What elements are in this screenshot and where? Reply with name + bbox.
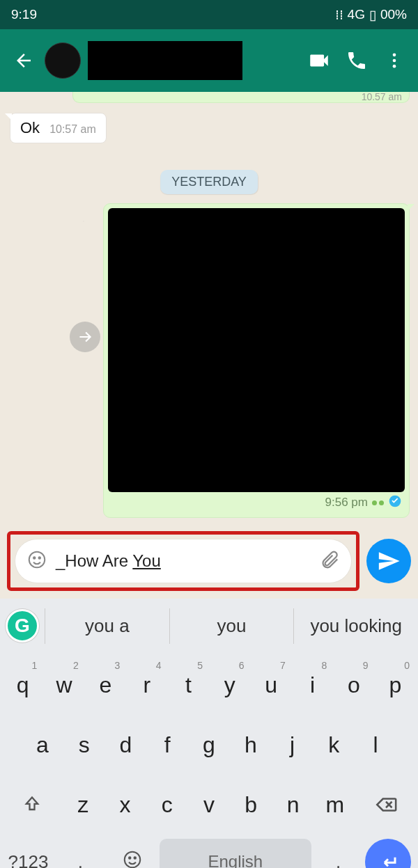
key-d[interactable]: d	[106, 717, 146, 773]
forward-button[interactable]	[70, 322, 100, 352]
key-g[interactable]: g	[189, 717, 229, 773]
incoming-message-bubble[interactable]: Ok 10:57 am	[10, 113, 107, 143]
svg-point-4	[29, 552, 45, 568]
key-i[interactable]: 8i	[293, 657, 332, 713]
key-k[interactable]: k	[314, 717, 354, 773]
key-b[interactable]: b	[231, 777, 271, 833]
status-time: 9:19	[11, 7, 37, 22]
date-separator: YESTERDAY	[160, 170, 258, 194]
key-h[interactable]: h	[231, 717, 271, 773]
message-text: Ok	[20, 119, 40, 137]
chat-area[interactable]: 10.57 am Ok 10:57 am YESTERDAY 9:56 pm	[0, 92, 418, 523]
key-c[interactable]: c	[147, 777, 187, 833]
key-m[interactable]: m	[315, 777, 355, 833]
read-receipt-icon	[388, 494, 402, 512]
media-image-redacted[interactable]	[108, 208, 405, 492]
back-button[interactable]	[7, 44, 40, 77]
key-a[interactable]: a	[22, 717, 63, 773]
key-x[interactable]: x	[104, 777, 145, 833]
app-bar	[0, 29, 418, 92]
svg-point-0	[393, 54, 396, 57]
key-u[interactable]: 7u	[251, 657, 291, 713]
battery-icon: ▯	[369, 7, 376, 23]
key-s[interactable]: s	[64, 717, 104, 773]
key-t[interactable]: 5t	[169, 657, 208, 713]
signal-icon: ⁞⁞	[335, 7, 343, 23]
network-label: 4G	[348, 7, 365, 22]
key-q[interactable]: 1q	[3, 657, 42, 713]
message-input[interactable]: _How Are You	[56, 551, 311, 571]
message-time: 10:57 am	[49, 123, 96, 136]
partial-message-bubble: 10.57 am	[72, 92, 410, 103]
symbols-key[interactable]: ?123	[3, 851, 54, 869]
suggestion-2[interactable]: you	[169, 608, 294, 644]
svg-point-8	[129, 857, 131, 859]
more-menu-button[interactable]	[378, 44, 411, 77]
svg-point-1	[393, 59, 396, 63]
comma-key[interactable]: ,	[55, 851, 106, 869]
space-key[interactable]: English	[160, 839, 312, 868]
voice-call-button[interactable]	[340, 44, 373, 77]
keyboard: 1q2w3e4r5t6y7u8i9o0p asdfghjkl zxcvbnm ?…	[0, 653, 418, 868]
media-meta: 9:56 pm	[108, 492, 405, 513]
key-l[interactable]: l	[355, 717, 396, 773]
message-input-pill[interactable]: _How Are You	[15, 539, 352, 583]
contact-name-redacted[interactable]	[88, 41, 242, 80]
key-p[interactable]: 0p	[376, 657, 415, 713]
key-w[interactable]: 2w	[44, 657, 84, 713]
svg-point-7	[125, 851, 141, 867]
emoji-kb-key[interactable]	[107, 849, 158, 869]
key-j[interactable]: j	[272, 717, 313, 773]
suggestion-1[interactable]: you a	[45, 608, 169, 644]
input-row: _How Are You	[0, 523, 418, 599]
battery-label: 00%	[380, 7, 407, 22]
grammarly-icon[interactable]: G	[6, 609, 39, 642]
key-v[interactable]: v	[189, 777, 229, 833]
svg-point-2	[393, 65, 396, 68]
shift-key[interactable]	[3, 777, 61, 833]
key-n[interactable]: n	[272, 777, 313, 833]
key-o[interactable]: 9o	[334, 657, 373, 713]
key-e[interactable]: 3e	[86, 657, 125, 713]
key-z[interactable]: z	[63, 777, 103, 833]
send-button[interactable]	[366, 539, 411, 583]
emoji-button[interactable]	[26, 549, 47, 573]
outgoing-media-bubble[interactable]: 9:56 pm	[103, 203, 410, 518]
key-r[interactable]: 4r	[127, 657, 167, 713]
video-call-button[interactable]	[302, 44, 336, 77]
media-time: 9:56 pm	[325, 496, 368, 510]
attach-button[interactable]	[319, 549, 340, 573]
status-bar: 9:19 ⁞⁞ 4G ▯ 00%	[0, 0, 418, 29]
highlighted-input-area: _How Are You	[7, 531, 359, 591]
key-y[interactable]: 6y	[210, 657, 249, 713]
backspace-key[interactable]	[357, 777, 415, 833]
enter-key[interactable]	[365, 839, 411, 868]
svg-point-9	[134, 857, 137, 859]
svg-point-5	[33, 557, 36, 559]
svg-point-6	[39, 557, 41, 559]
suggestion-bar: G you a you you looking	[0, 599, 418, 653]
suggestion-3[interactable]: you looking	[293, 608, 418, 644]
key-f[interactable]: f	[147, 717, 187, 773]
period-key[interactable]: .	[313, 851, 364, 869]
contact-avatar[interactable]	[45, 42, 81, 79]
